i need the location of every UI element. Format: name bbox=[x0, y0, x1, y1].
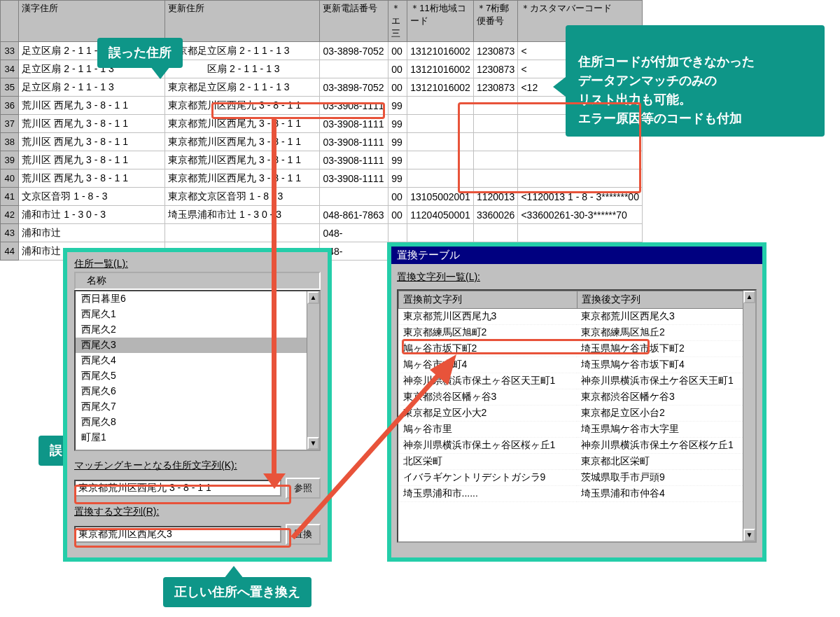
cell[interactable]: 北区栄町 bbox=[399, 454, 578, 470]
cell[interactable]: 鳩ヶ谷市里 bbox=[399, 422, 578, 438]
cell[interactable]: 03-3908-1111 bbox=[320, 133, 388, 151]
cell[interactable]: 鳩ヶ谷市本町4 bbox=[399, 357, 578, 373]
table-row[interactable]: 35足立区扇 2 - 1 1 - 1 3東京都足立区扇 2 - 1 1 - 1 … bbox=[1, 78, 643, 97]
row-number[interactable]: 42 bbox=[1, 206, 19, 224]
scrollbar[interactable]: ▲ ▼ bbox=[743, 291, 755, 541]
cell[interactable]: 埼玉県浦和市...... bbox=[399, 486, 578, 502]
cell[interactable]: 99 bbox=[388, 115, 407, 133]
address-list-colname[interactable]: 名称 bbox=[80, 275, 302, 287]
list-item[interactable]: 西尾久1 bbox=[76, 307, 319, 322]
table-row[interactable]: 鳩ヶ谷市本町4埼玉県鳩ケ谷市坂下町4 bbox=[399, 357, 755, 373]
list-item[interactable]: 町屋1 bbox=[76, 430, 319, 445]
table-row[interactable]: 東京都練馬区旭町2東京都練馬区旭丘2 bbox=[399, 325, 755, 341]
table-row[interactable]: 神奈川県横浜市保土ヶ谷区桜ヶ丘1神奈川県横浜市保土ケ谷区桜ケ丘1 bbox=[399, 438, 755, 454]
table-row[interactable]: 埼玉県浦和市......埼玉県浦和市仲谷4 bbox=[399, 486, 755, 502]
col-e[interactable]: ＊ エ 三 bbox=[388, 1, 407, 42]
cell[interactable]: 神奈川県横浜市保土ヶ谷区天王町1 bbox=[399, 373, 578, 389]
cell[interactable]: 13121016002 bbox=[407, 42, 474, 60]
list-item[interactable]: 西尾久6 bbox=[76, 384, 319, 399]
table-row[interactable]: 42浦和市辻 1 - 3 0 - 3埼玉県浦和市辻 1 - 3 0 - 3048… bbox=[1, 206, 643, 224]
cell[interactable]: 048-861-7863 bbox=[320, 206, 388, 224]
cell[interactable]: 1120013 bbox=[473, 188, 518, 206]
cell[interactable]: 荒川区 西尾九 3 - 8 - 1 1 bbox=[19, 169, 165, 188]
cell[interactable]: 神奈川県横浜市保土ケ谷区桜ケ丘1 bbox=[577, 438, 755, 454]
cell[interactable]: <1120013 1 - 8 - 3*******00 bbox=[518, 188, 643, 206]
replace-col-before[interactable]: 置換前文字列 bbox=[399, 291, 578, 309]
cell[interactable]: 13121016002 bbox=[407, 60, 474, 78]
col-kanji-address[interactable]: 漢字住所 bbox=[19, 1, 165, 42]
table-row[interactable]: 鳩ヶ谷市坂下町2埼玉県鳩ケ谷市坂下町2 bbox=[399, 341, 755, 357]
cell[interactable]: 00 bbox=[388, 206, 407, 224]
cell[interactable]: 神奈川県横浜市保土ケ谷区天王町1 bbox=[577, 373, 755, 389]
cell[interactable]: 東京都荒川区西尾九 3 - 8 - 1 1 bbox=[165, 115, 320, 133]
cell[interactable] bbox=[473, 133, 518, 151]
list-item[interactable]: 西尾久3 bbox=[76, 338, 319, 353]
cell[interactable]: 荒川区 西尾九 3 - 8 - 1 1 bbox=[19, 133, 165, 151]
scroll-down-icon[interactable]: ▼ bbox=[743, 529, 755, 541]
col-11digit[interactable]: ＊11桁地域コード bbox=[407, 1, 474, 42]
cell[interactable]: 東京都北区栄町 bbox=[577, 454, 755, 470]
list-item[interactable]: 西尾久8 bbox=[76, 415, 319, 430]
cell[interactable] bbox=[165, 224, 320, 242]
cell[interactable]: <33600261-30-3******70 bbox=[518, 206, 643, 224]
cell[interactable]: 99 bbox=[388, 133, 407, 151]
cell[interactable]: 00 bbox=[388, 42, 407, 60]
cell[interactable]: 東京都足立区小台2 bbox=[577, 405, 755, 422]
row-number[interactable]: 33 bbox=[1, 42, 19, 60]
cell[interactable]: 11204050001 bbox=[407, 206, 474, 224]
replace-col-after[interactable]: 置換後文字列 bbox=[577, 291, 755, 309]
row-number[interactable]: 39 bbox=[1, 151, 19, 169]
cell[interactable]: 鳩ヶ谷市坂下町2 bbox=[399, 341, 578, 357]
cell[interactable]: 荒川区 西尾九 3 - 8 - 1 1 bbox=[19, 115, 165, 133]
cell[interactable] bbox=[407, 115, 474, 133]
cell[interactable]: 浦和市辻 bbox=[19, 224, 165, 242]
scroll-down-icon[interactable]: ▼ bbox=[307, 437, 319, 450]
row-number[interactable]: 34 bbox=[1, 60, 19, 78]
cell[interactable] bbox=[473, 169, 518, 188]
cell[interactable]: 東京都渋谷区幡ケ谷3 bbox=[577, 389, 755, 405]
cell[interactable]: 03-3908-1111 bbox=[320, 151, 388, 169]
cell[interactable] bbox=[473, 224, 518, 242]
cell[interactable]: 00 bbox=[388, 78, 407, 97]
col-updated-address[interactable]: 更新住所 bbox=[165, 1, 320, 42]
table-row[interactable]: 40荒川区 西尾九 3 - 8 - 1 1東京都荒川区西尾九 3 - 8 - 1… bbox=[1, 169, 643, 188]
table-row[interactable]: イバラギケントリデシトガシラ9茨城県取手市戸頭9 bbox=[399, 470, 755, 486]
cell[interactable]: 13121016002 bbox=[407, 78, 474, 97]
table-row[interactable]: 37荒川区 西尾九 3 - 8 - 1 1東京都荒川区西尾九 3 - 8 - 1… bbox=[1, 115, 643, 133]
table-row[interactable]: 39荒川区 西尾九 3 - 8 - 1 1東京都荒川区西尾九 3 - 8 - 1… bbox=[1, 151, 643, 169]
row-number[interactable]: 35 bbox=[1, 78, 19, 97]
cell[interactable]: 1230873 bbox=[473, 60, 518, 78]
row-number[interactable]: 37 bbox=[1, 115, 19, 133]
list-item[interactable]: 西尾久4 bbox=[76, 353, 319, 368]
cell[interactable]: 3360026 bbox=[473, 206, 518, 224]
cell[interactable]: 03-3908-1111 bbox=[320, 115, 388, 133]
cell[interactable] bbox=[473, 97, 518, 115]
replace-string-input[interactable] bbox=[74, 526, 281, 543]
cell[interactable]: 03-3908-1111 bbox=[320, 169, 388, 188]
scroll-up-icon[interactable]: ▲ bbox=[307, 291, 319, 304]
cell[interactable]: 東京都足立区扇 2 - 1 1 - 1 3 bbox=[165, 78, 320, 97]
cell[interactable]: 1230873 bbox=[473, 42, 518, 60]
cell[interactable]: 東京都荒川区西尾九 3 - 8 - 1 1 bbox=[165, 97, 320, 115]
cell[interactable]: 99 bbox=[388, 169, 407, 188]
cell[interactable]: 13105002001 bbox=[407, 188, 474, 206]
cell[interactable] bbox=[388, 224, 407, 242]
cell[interactable]: 00 bbox=[388, 188, 407, 206]
cell[interactable]: 埼玉県鳩ケ谷市坂下町2 bbox=[577, 341, 755, 357]
col-7digit[interactable]: ＊7桁郵便番号 bbox=[473, 1, 518, 42]
cell[interactable]: 東京都練馬区旭町2 bbox=[399, 325, 578, 341]
row-number[interactable]: 44 bbox=[1, 242, 19, 261]
cell[interactable]: 荒川区 西尾九 3 - 8 - 1 1 bbox=[19, 151, 165, 169]
table-row[interactable]: 41文京区音羽 1 - 8 - 3東京都文京区音羽 1 - 8 - 300131… bbox=[1, 188, 643, 206]
cell[interactable] bbox=[518, 151, 643, 169]
table-row[interactable]: 東京都荒川区西尾九3東京都荒川区西尾久3 bbox=[399, 309, 755, 325]
list-item[interactable]: 西尾久7 bbox=[76, 399, 319, 415]
list-item[interactable]: 西尾久5 bbox=[76, 368, 319, 384]
cell[interactable] bbox=[407, 224, 474, 242]
address-listbox[interactable]: 西日暮里6西尾久1西尾久2西尾久3西尾久4西尾久5西尾久6西尾久7西尾久8町屋1… bbox=[74, 290, 321, 451]
cell[interactable] bbox=[407, 151, 474, 169]
cell[interactable]: 区扇 2 - 1 1 - 1 3 bbox=[165, 60, 320, 78]
cell[interactable]: 茨城県取手市戸頭9 bbox=[577, 470, 755, 486]
match-key-input[interactable] bbox=[74, 480, 281, 497]
cell[interactable]: 03-3908-1111 bbox=[320, 97, 388, 115]
